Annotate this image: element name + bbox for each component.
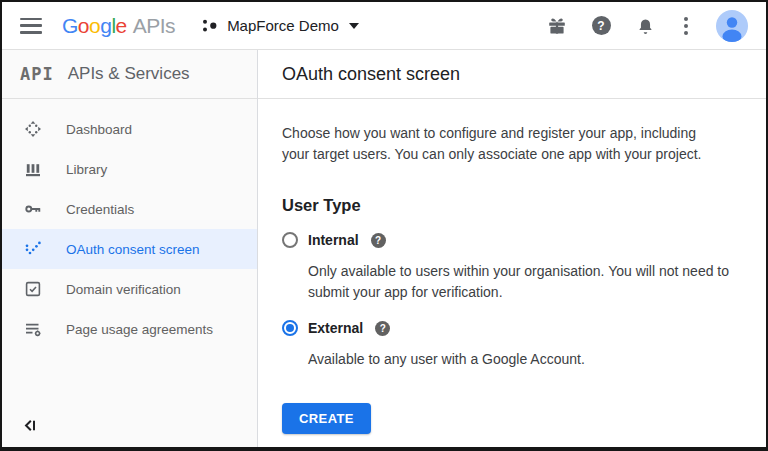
sidebar: API APIs & Services Dashboard [2,50,258,447]
external-description: Available to any user with a Google Acco… [308,349,744,370]
project-name: MapForce Demo [227,17,339,34]
project-icon [201,17,219,35]
sidebar-section-title: APIs & Services [68,64,190,84]
help-icon[interactable]: ? [371,233,386,248]
sidebar-item-page-usage-agreements[interactable]: Page usage agreements [2,309,257,349]
sidebar-item-label: OAuth consent screen [66,242,200,257]
sidebar-item-label: Domain verification [66,282,181,297]
main-content: OAuth consent screen Choose how you want… [258,50,766,447]
logo-letter: o [89,14,100,38]
help-icon[interactable]: ? [590,15,612,37]
page-usage-icon [24,320,42,338]
sidebar-item-label: Library [66,162,107,177]
oauth-consent-icon [24,240,42,258]
sidebar-item-credentials[interactable]: Credentials [2,189,257,229]
logo-letter: e [116,14,127,38]
create-button[interactable]: CREATE [282,403,371,434]
radio-option-external[interactable]: External ? [282,320,766,336]
radio-label: Internal [308,232,359,248]
sidebar-item-label: Dashboard [66,122,132,137]
google-apis-logo[interactable]: Google APIs [62,14,175,38]
domain-verification-icon [24,280,42,298]
logo-letter: G [62,14,78,38]
sidebar-item-label: Credentials [66,202,134,217]
page-title: OAuth consent screen [282,64,460,85]
page-header: OAuth consent screen [258,50,766,99]
radio-button-external[interactable] [282,320,298,336]
gift-icon[interactable] [546,15,568,37]
sidebar-item-library[interactable]: Library [2,149,257,189]
apis-label: APIs [133,14,175,38]
library-icon [24,160,42,178]
dashboard-icon [24,120,42,138]
more-vertical-icon[interactable] [678,15,694,37]
internal-description: Only available to users within your orga… [308,261,744,303]
sidebar-item-oauth-consent-screen[interactable]: OAuth consent screen [2,229,257,269]
intro-text: Choose how you want to configure and reg… [282,123,718,165]
notifications-icon[interactable] [634,15,656,37]
radio-option-internal[interactable]: Internal ? [282,232,766,248]
api-logo: API [20,64,54,84]
app-window: Google APIs MapForce Demo ? [0,0,768,451]
collapse-sidebar-icon[interactable] [22,413,46,437]
logo-letter: g [100,14,111,38]
radio-label: External [308,320,363,336]
avatar[interactable] [716,10,748,42]
sidebar-header: API APIs & Services [2,50,257,99]
sidebar-item-dashboard[interactable]: Dashboard [2,109,257,149]
project-selector[interactable]: MapForce Demo [201,17,359,35]
radio-button-internal[interactable] [282,232,298,248]
sidebar-item-domain-verification[interactable]: Domain verification [2,269,257,309]
help-icon[interactable]: ? [375,321,390,336]
sidebar-item-label: Page usage agreements [66,322,213,337]
user-type-heading: User Type [282,196,766,215]
logo-letter: o [78,14,89,38]
chevron-down-icon [349,23,359,29]
key-icon [24,200,42,218]
menu-icon[interactable] [20,18,42,34]
top-navigation-bar: Google APIs MapForce Demo ? [2,2,766,50]
